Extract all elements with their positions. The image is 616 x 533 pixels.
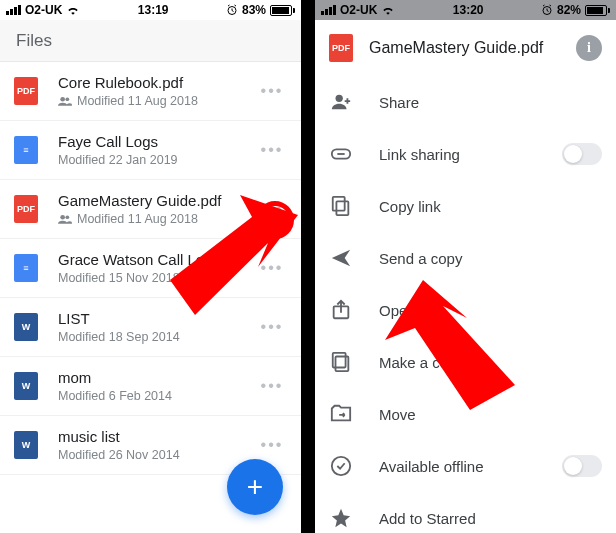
- file-name: Core Rulebook.pdf: [58, 74, 257, 91]
- carrier-label: O2-UK: [25, 3, 62, 17]
- more-button[interactable]: •••: [257, 430, 287, 460]
- menu-item-offline[interactable]: Available offline: [315, 440, 616, 492]
- file-meta: Modified 11 Aug 2018: [58, 94, 257, 108]
- svg-point-3: [60, 215, 65, 220]
- action-menu: ShareLink sharingCopy linkSend a copyOpe…: [315, 76, 616, 533]
- more-button[interactable]: •••: [257, 312, 287, 342]
- menu-item-open-in[interactable]: Open in: [315, 284, 616, 336]
- svg-point-2: [65, 97, 69, 101]
- file-info: Core Rulebook.pdfModified 11 Aug 2018: [58, 74, 257, 108]
- battery-pct-label: 82%: [557, 3, 581, 17]
- pdf-icon: PDF: [14, 195, 38, 223]
- open-in-icon: [329, 298, 353, 322]
- word-icon: W: [14, 313, 38, 341]
- more-button[interactable]: •••: [257, 135, 287, 165]
- menu-item-make-copy[interactable]: Make a copy: [315, 336, 616, 388]
- star-icon: [329, 506, 353, 530]
- send-icon: [329, 246, 353, 270]
- file-row[interactable]: PDFCore Rulebook.pdfModified 11 Aug 2018…: [0, 62, 301, 121]
- signal-icon: [321, 5, 336, 15]
- menu-item-copy[interactable]: Copy link: [315, 180, 616, 232]
- shared-icon: [58, 214, 72, 224]
- copy-icon: [329, 194, 353, 218]
- file-info: GameMastery Guide.pdfModified 11 Aug 201…: [58, 192, 257, 226]
- file-row[interactable]: WmomModified 6 Feb 2014•••: [0, 357, 301, 416]
- menu-item-move[interactable]: Move: [315, 388, 616, 440]
- svg-rect-11: [336, 201, 348, 215]
- svg-point-1: [60, 97, 65, 102]
- battery-pct-label: 83%: [242, 3, 266, 17]
- file-name: LIST: [58, 310, 257, 327]
- offline-icon: [329, 454, 353, 478]
- file-meta: Modified 26 Nov 2014: [58, 448, 257, 462]
- make-copy-icon: [329, 350, 353, 374]
- carrier-label: O2-UK: [340, 3, 377, 17]
- svg-point-4: [65, 215, 69, 219]
- more-button[interactable]: •••: [257, 76, 287, 106]
- menu-label: Move: [379, 406, 602, 423]
- toggle-switch[interactable]: [562, 143, 602, 165]
- fab-add-button[interactable]: +: [227, 459, 283, 515]
- more-button[interactable]: •••: [257, 371, 287, 401]
- wifi-icon: [381, 5, 395, 15]
- shared-icon: [58, 96, 72, 106]
- file-row[interactable]: WLISTModified 18 Sep 2014•••: [0, 298, 301, 357]
- file-meta: Modified 6 Feb 2014: [58, 389, 257, 403]
- menu-label: Make a copy: [379, 354, 602, 371]
- file-meta: Modified 18 Sep 2014: [58, 330, 257, 344]
- info-button[interactable]: i: [576, 35, 602, 61]
- left-phone-files-list: O2-UK 13:19 83% Files PDFCore Rulebook.p…: [0, 0, 301, 533]
- svg-point-7: [336, 95, 343, 102]
- files-header: Files: [0, 20, 301, 62]
- plus-icon: +: [247, 473, 263, 501]
- menu-item-link[interactable]: Link sharing: [315, 128, 616, 180]
- menu-item-share-person[interactable]: Share: [315, 76, 616, 128]
- menu-label: Share: [379, 94, 602, 111]
- move-icon: [329, 402, 353, 426]
- file-name: Grace Watson Call Logs: [58, 251, 257, 268]
- signal-icon: [6, 5, 21, 15]
- menu-label: Open in: [379, 302, 602, 319]
- file-name: mom: [58, 369, 257, 386]
- right-phone-action-sheet: O2-UK 13:20 82% PDF GameMastery Guide.pd…: [315, 0, 616, 533]
- menu-item-send[interactable]: Send a copy: [315, 232, 616, 284]
- file-name: GameMastery Guide.pdf: [58, 192, 257, 209]
- menu-label: Copy link: [379, 198, 602, 215]
- file-row[interactable]: ≡Grace Watson Call LogsModified 15 Nov 2…: [0, 239, 301, 298]
- menu-item-star[interactable]: Add to Starred: [315, 492, 616, 533]
- doc-icon: ≡: [14, 254, 38, 282]
- file-info: Faye Call LogsModified 22 Jan 2019: [58, 133, 257, 167]
- file-info: Grace Watson Call LogsModified 15 Nov 20…: [58, 251, 257, 285]
- wifi-icon: [66, 5, 80, 15]
- more-button[interactable]: •••: [257, 194, 287, 224]
- files-list[interactable]: PDFCore Rulebook.pdfModified 11 Aug 2018…: [0, 62, 301, 475]
- menu-label: Send a copy: [379, 250, 602, 267]
- file-meta: Modified 11 Aug 2018: [58, 212, 257, 226]
- doc-icon: ≡: [14, 136, 38, 164]
- alarm-icon: [226, 4, 238, 16]
- file-name: Faye Call Logs: [58, 133, 257, 150]
- clock-label: 13:19: [138, 3, 169, 17]
- menu-label: Add to Starred: [379, 510, 602, 527]
- share-person-icon: [329, 90, 353, 114]
- word-icon: W: [14, 431, 38, 459]
- file-meta: Modified 22 Jan 2019: [58, 153, 257, 167]
- link-icon: [329, 142, 353, 166]
- sheet-header: PDF GameMastery Guide.pdf i: [315, 20, 616, 76]
- file-meta: Modified 15 Nov 2018: [58, 271, 257, 285]
- info-icon: i: [587, 40, 591, 56]
- more-button[interactable]: •••: [257, 253, 287, 283]
- menu-label: Available offline: [379, 458, 536, 475]
- file-info: LISTModified 18 Sep 2014: [58, 310, 257, 344]
- file-name: music list: [58, 428, 257, 445]
- file-info: music listModified 26 Nov 2014: [58, 428, 257, 462]
- pdf-icon: PDF: [329, 34, 353, 62]
- pdf-icon: PDF: [14, 77, 38, 105]
- file-row[interactable]: PDFGameMastery Guide.pdfModified 11 Aug …: [0, 180, 301, 239]
- files-header-label: Files: [16, 31, 52, 51]
- toggle-switch[interactable]: [562, 455, 602, 477]
- menu-label: Link sharing: [379, 146, 536, 163]
- battery-icon: [585, 5, 610, 16]
- file-row[interactable]: ≡Faye Call LogsModified 22 Jan 2019•••: [0, 121, 301, 180]
- svg-rect-10: [337, 153, 344, 155]
